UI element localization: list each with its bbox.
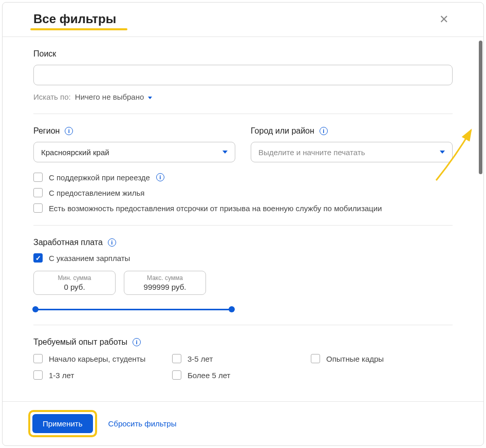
- checkbox-input[interactable]: [172, 370, 181, 380]
- search-by-select[interactable]: Ничего не выбрано: [75, 92, 153, 101]
- apply-highlight: Применить: [28, 410, 97, 437]
- region-select[interactable]: Красноярский край: [33, 142, 235, 162]
- slider-track: [33, 309, 234, 310]
- search-by-label: Искать по:: [33, 92, 71, 101]
- checkbox-input[interactable]: [33, 253, 43, 263]
- filters-modal: Все фильтры ✕ Поиск Искать по: Ничего не…: [2, 2, 484, 446]
- search-by-row: Искать по: Ничего не выбрано: [33, 92, 453, 101]
- checkbox-input[interactable]: [33, 370, 43, 380]
- checkbox-relocation[interactable]: С поддержкой при переезде i: [33, 173, 453, 182]
- checkbox-with-salary[interactable]: С указанием зарплаты: [33, 253, 453, 263]
- salary-section: Заработная плата i С указанием зарплаты …: [33, 238, 453, 325]
- checkbox-label: С указанием зарплаты: [49, 254, 130, 263]
- checkbox-label: 3-5 лет: [188, 354, 213, 363]
- info-icon[interactable]: i: [133, 338, 141, 346]
- salary-inputs: Мин. сумма 0 руб. Макс. сумма 999999 руб…: [33, 271, 453, 295]
- experience-label: Требуемый опыт работы i: [33, 338, 453, 347]
- salary-min-value: 0 руб.: [39, 283, 110, 291]
- city-col: Город или район i Выделите и начните печ…: [251, 126, 453, 162]
- scrollbar[interactable]: [479, 41, 482, 174]
- checkbox-input[interactable]: [33, 188, 43, 197]
- search-by-value: Ничего не выбрано: [75, 92, 144, 101]
- checkbox-label: Опытные кадры: [326, 354, 384, 363]
- checkbox-label: Более 5 лет: [188, 371, 230, 380]
- checkbox-label: С предоставлением жилья: [49, 189, 144, 197]
- checkbox-housing[interactable]: С предоставлением жилья: [33, 188, 453, 197]
- checkbox-label: 1-3 лет: [49, 371, 74, 380]
- salary-max-label: Макс. сумма: [129, 274, 200, 282]
- salary-min-input[interactable]: Мин. сумма 0 руб.: [33, 271, 116, 295]
- modal-footer: Применить Сбросить фильтры: [3, 401, 483, 445]
- checkbox-exp-expert[interactable]: Опытные кадры: [311, 354, 453, 363]
- experience-section: Требуемый опыт работы i Начало карьеры, …: [33, 338, 453, 383]
- checkbox-input[interactable]: [33, 203, 43, 213]
- info-icon[interactable]: i: [65, 127, 73, 135]
- search-label: Поиск: [33, 49, 453, 59]
- title-wrap: Все фильтры: [33, 12, 116, 29]
- salary-min-label: Мин. сумма: [39, 274, 110, 282]
- checkbox-input[interactable]: [172, 354, 181, 363]
- modal-header: Все фильтры ✕: [3, 3, 483, 37]
- checkbox-exp-1-3[interactable]: 1-3 лет: [33, 370, 172, 380]
- checkbox-input[interactable]: [33, 354, 43, 363]
- close-button[interactable]: ✕: [435, 12, 453, 27]
- region-section: Регион i Красноярский край Город или рай…: [33, 126, 453, 226]
- city-label: Город или район i: [251, 126, 453, 136]
- search-section: Поиск Искать по: Ничего не выбрано: [33, 49, 453, 114]
- city-select[interactable]: Выделите и начните печатать: [251, 142, 453, 162]
- caret-down-icon: [222, 151, 228, 154]
- region-checkbox-list: С поддержкой при переезде i С предоставл…: [33, 173, 453, 213]
- info-icon[interactable]: i: [156, 173, 164, 181]
- checkbox-input[interactable]: [33, 173, 43, 182]
- title-highlight: [30, 28, 127, 30]
- close-icon: ✕: [439, 13, 448, 26]
- region-value: Красноярский край: [41, 148, 109, 157]
- slider-handle-max[interactable]: [229, 306, 235, 312]
- modal-body[interactable]: Поиск Искать по: Ничего не выбрано Регио…: [3, 37, 483, 401]
- salary-slider[interactable]: [33, 306, 234, 312]
- region-label: Регион i: [33, 126, 235, 136]
- salary-label: Заработная плата i: [33, 238, 453, 247]
- search-input[interactable]: [33, 65, 453, 85]
- checkbox-exp-5plus[interactable]: Более 5 лет: [172, 370, 311, 380]
- salary-max-input[interactable]: Макс. сумма 999999 руб.: [124, 271, 206, 295]
- modal-title: Все фильтры: [33, 12, 116, 29]
- salary-max-value: 999999 руб.: [129, 283, 200, 291]
- experience-grid: Начало карьеры, студенты 3-5 лет Опытные…: [33, 354, 453, 380]
- checkbox-label: Есть возможность предоставления отсрочки…: [49, 204, 382, 213]
- checkbox-exp-3-5[interactable]: 3-5 лет: [172, 354, 311, 363]
- region-col: Регион i Красноярский край: [33, 126, 235, 162]
- reset-filters-link[interactable]: Сбросить фильтры: [108, 419, 177, 428]
- info-icon[interactable]: i: [108, 238, 116, 247]
- caret-down-icon: [440, 151, 445, 154]
- apply-button[interactable]: Применить: [32, 414, 93, 433]
- slider-handle-min[interactable]: [32, 306, 39, 312]
- caret-down-icon: [148, 97, 152, 99]
- checkbox-input[interactable]: [311, 354, 320, 363]
- city-placeholder: Выделите и начните печатать: [258, 148, 365, 157]
- info-icon[interactable]: i: [320, 127, 328, 135]
- checkbox-label: Начало карьеры, студенты: [49, 354, 145, 363]
- checkbox-exp-start[interactable]: Начало карьеры, студенты: [33, 354, 172, 363]
- checkbox-deferral[interactable]: Есть возможность предоставления отсрочки…: [33, 203, 453, 213]
- checkbox-label: С поддержкой при переезде: [49, 173, 150, 182]
